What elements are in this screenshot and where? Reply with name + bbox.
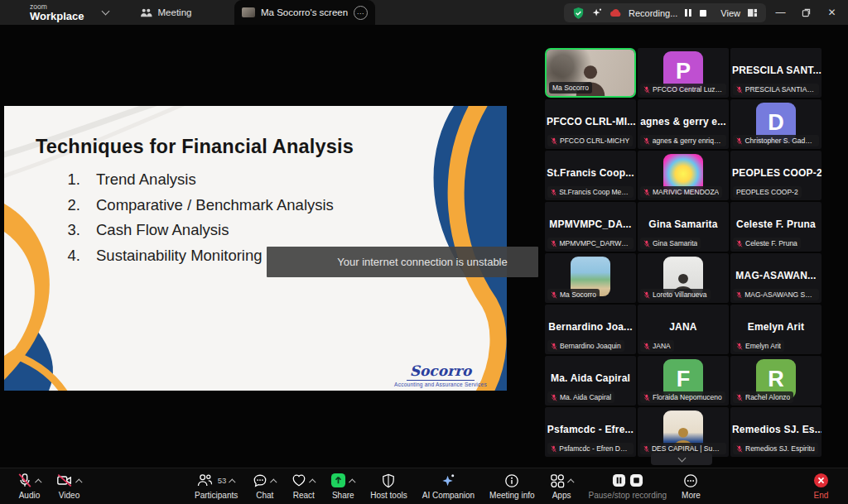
ai-companion-button-label: AI Companion bbox=[422, 491, 475, 500]
share-options-caret[interactable] bbox=[349, 478, 355, 485]
tab-shared-screen-label: Ma Socorro's screen bbox=[261, 7, 348, 17]
participant-name-label: Loreto Villanueva bbox=[640, 289, 711, 300]
window-controls: — ✕ bbox=[768, 0, 845, 25]
pause-stop-recording-button[interactable]: Pause/stop recording bbox=[581, 468, 675, 504]
apps-options-caret[interactable] bbox=[567, 478, 574, 485]
scroll-participants-button[interactable] bbox=[651, 453, 712, 465]
meeting-info-button[interactable]: Meeting info bbox=[482, 468, 542, 504]
zoom-workplace-logo: zoom Workplace bbox=[30, 3, 84, 22]
ai-companion-status-icon[interactable] bbox=[591, 7, 603, 19]
audio-options-caret[interactable] bbox=[35, 478, 41, 485]
participant-name-label: MARIVIC MENDOZA bbox=[640, 186, 722, 198]
participant-display-name: PEOPLES COOP-2 bbox=[730, 167, 822, 179]
react-options-caret[interactable] bbox=[309, 478, 316, 485]
participant-tile[interactable]: DES CAPIRAL | SunLife... bbox=[638, 407, 729, 457]
tab-options-ellipsis-icon[interactable]: ... bbox=[354, 6, 368, 20]
pause-recording-icon[interactable] bbox=[684, 8, 692, 17]
mic-muted-icon bbox=[551, 137, 557, 145]
participant-name-label: PRESCILA SANTIAGO bbox=[733, 84, 819, 95]
video-options-caret[interactable] bbox=[75, 478, 82, 485]
title-bar: zoom Workplace Meeting Ma Socorro's scre… bbox=[0, 0, 848, 25]
more-button[interactable]: More bbox=[674, 468, 708, 504]
participant-tile[interactable]: MARIVIC MENDOZA bbox=[638, 151, 729, 200]
slide-title: Techniques for Financial Analysis bbox=[36, 136, 354, 158]
participant-tile[interactable]: St.Francis Coop...St.Francis Coop Meyca.… bbox=[545, 151, 636, 200]
chat-options-caret[interactable] bbox=[270, 478, 277, 485]
maximize-icon[interactable] bbox=[793, 0, 819, 25]
camera-off-icon bbox=[56, 473, 73, 487]
react-button[interactable]: React bbox=[284, 468, 323, 504]
end-meeting-icon bbox=[813, 473, 829, 488]
share-button[interactable]: Share bbox=[323, 468, 363, 504]
chat-button[interactable]: Chat bbox=[245, 468, 284, 504]
host-tools-shield-icon bbox=[382, 473, 395, 488]
stop-icon[interactable] bbox=[629, 473, 643, 487]
participant-grid: Ma SocorroPPFCCO Central LuzonPRESCILA S… bbox=[545, 48, 822, 457]
minimize-icon[interactable]: — bbox=[768, 0, 793, 25]
tab-meeting[interactable]: Meeting bbox=[140, 7, 192, 18]
participant-tile[interactable]: MPMVMPC_DA...MPMVMPC_DARWIN ... bbox=[545, 202, 636, 252]
participant-tile[interactable]: MAG-ASAWAN...MAG-ASAWANG SAPA... bbox=[730, 253, 822, 303]
participant-tile[interactable]: PEOPLES COOP-2PEOPLES COOP-2 bbox=[730, 151, 822, 200]
view-layout-icon[interactable] bbox=[747, 8, 758, 17]
participant-tile[interactable]: FFloraida Nepomuceno bbox=[638, 356, 729, 406]
participant-tile[interactable]: Ma Socorro bbox=[545, 48, 636, 98]
chat-button-label: Chat bbox=[256, 491, 273, 500]
participant-tile[interactable]: Loreto Villanueva bbox=[638, 253, 729, 303]
participant-name-label: Ma Socorro bbox=[549, 82, 592, 94]
participant-tile[interactable]: Ma. Aida CapiralMa. Aida Capiral bbox=[545, 356, 636, 406]
participant-display-name: PRESCILA SANT... bbox=[730, 65, 822, 76]
host-tools-button[interactable]: Host tools bbox=[363, 468, 414, 504]
meeting-status-pill: Recording... View bbox=[564, 3, 766, 22]
participant-name-label: Remedios SJ. Espiritu bbox=[733, 443, 818, 454]
participant-tile[interactable]: PFCCO CLRL-MI...PFCCO CLRL-MICHY bbox=[545, 99, 636, 149]
participant-name-label: agnes & gerry enriquez bbox=[640, 135, 726, 146]
video-button[interactable]: Video bbox=[49, 468, 89, 504]
participant-display-name: Celeste F. Pruna bbox=[730, 218, 822, 230]
participant-display-name: MAG-ASAWAN... bbox=[730, 270, 822, 281]
security-shield-icon[interactable] bbox=[572, 7, 585, 20]
participant-tile[interactable]: Psfamcdc - Efre...Psfamcdc - Efren Dela … bbox=[545, 407, 636, 457]
participant-tile[interactable]: DChristopher S. Gadapan bbox=[730, 99, 822, 149]
mic-muted-icon bbox=[736, 137, 742, 145]
participant-name-label: PFCCO CLRL-MICHY bbox=[547, 135, 633, 146]
mic-muted-icon bbox=[643, 445, 649, 453]
tab-shared-screen[interactable]: Ma Socorro's screen ... bbox=[234, 0, 375, 25]
slide-list-item: Comparative / Benchmark Analysis bbox=[84, 196, 334, 214]
participant-tile[interactable]: Gina SamaritaGina Samarita bbox=[638, 202, 729, 252]
apps-button[interactable]: Apps bbox=[542, 468, 581, 504]
participant-tile[interactable]: agnes & gerry e...agnes & gerry enriquez bbox=[638, 99, 729, 149]
chevron-down-icon[interactable] bbox=[101, 7, 109, 16]
participant-tile[interactable]: Ma Socorro bbox=[545, 253, 636, 303]
end-button[interactable]: End bbox=[806, 468, 836, 504]
participants-options-caret[interactable] bbox=[229, 478, 235, 485]
participant-tile[interactable]: JANAJANA bbox=[638, 305, 729, 354]
mic-muted-icon bbox=[643, 291, 650, 299]
participant-tile[interactable]: PRESCILA SANT...PRESCILA SANTIAGO bbox=[730, 48, 822, 98]
meeting-info-icon bbox=[504, 473, 519, 488]
participant-tile[interactable]: Remedios SJ. Es...Remedios SJ. Espiritu bbox=[730, 407, 822, 457]
participant-name-label: Rachel Alonzo bbox=[733, 391, 793, 403]
participant-tile[interactable]: RRachel Alonzo bbox=[730, 356, 822, 406]
participant-tile[interactable]: PPFCCO Central Luzon bbox=[638, 48, 729, 98]
mic-muted-icon bbox=[643, 240, 650, 247]
participants-button-label: Participants bbox=[195, 491, 238, 500]
company-logo-subtitle: Accounting and Assurance Services bbox=[378, 382, 503, 387]
close-icon[interactable]: ✕ bbox=[819, 0, 845, 25]
mic-muted-icon bbox=[551, 291, 557, 299]
participant-tile[interactable]: Emelyn AritEmelyn Arit bbox=[730, 305, 822, 354]
participant-tile[interactable]: Bernardino Joa...Bernardino Joaquin bbox=[545, 305, 636, 354]
participant-name-label: Celeste F. Pruna bbox=[733, 238, 801, 249]
participant-name-label: MAG-ASAWANG SAPA... bbox=[733, 289, 819, 300]
ai-companion-button[interactable]: AI Companion bbox=[415, 468, 482, 504]
stop-recording-icon[interactable] bbox=[699, 9, 707, 17]
pause-icon[interactable] bbox=[612, 473, 626, 487]
apps-button-label: Apps bbox=[552, 491, 571, 500]
participant-tile[interactable]: Celeste F. PrunaCeleste F. Pruna bbox=[730, 202, 822, 252]
participants-button[interactable]: 53 Participants bbox=[187, 468, 245, 504]
view-button-label[interactable]: View bbox=[720, 8, 740, 18]
audio-button[interactable]: Audio bbox=[10, 468, 49, 504]
meeting-info-button-label: Meeting info bbox=[489, 491, 534, 500]
zoom-logo-text: zoom bbox=[30, 3, 84, 11]
recording-status-label: Recording... bbox=[629, 8, 677, 18]
